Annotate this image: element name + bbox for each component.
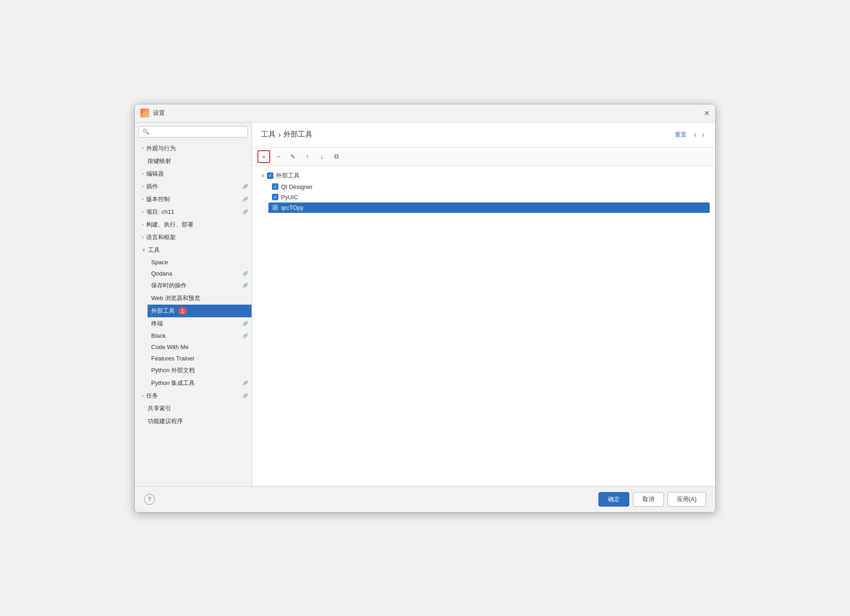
sidebar-item-appearance[interactable]: › 外观与行为 (135, 142, 252, 155)
sidebar-item-label: 任务 (146, 392, 158, 400)
chevron-right-icon: › (142, 171, 143, 176)
sidebar-item-code-with-me[interactable]: Code With Me (148, 341, 252, 353)
chevron-right-icon: › (142, 235, 143, 240)
external-icon: 🔗 (242, 380, 248, 385)
sidebar-item-features-trainer[interactable]: Features Trainer (148, 353, 252, 364)
tree-root[interactable]: ∨ ✓ 外部工具 (257, 170, 710, 182)
sidebar-item-space[interactable]: Space (148, 256, 252, 268)
edit-button[interactable]: ✎ (287, 150, 299, 163)
apply-button[interactable]: 应用(A) (667, 492, 706, 507)
sidebar-item-label: Code With Me (151, 344, 188, 350)
tree-item-label: Qt Designer (281, 183, 312, 190)
help-button[interactable]: ? (144, 494, 155, 505)
sidebar-item-label: Web 浏览器和预览 (151, 294, 200, 302)
sidebar-item-editor[interactable]: › 编辑器 (135, 168, 252, 180)
chevron-right-icon: › (142, 184, 143, 189)
bottom-bar: ? 确定 取消 应用(A) (135, 486, 715, 512)
sidebar-item-label: 编辑器 (146, 170, 164, 178)
chevron-right-icon: › (142, 222, 143, 227)
sidebar-item-vcs[interactable]: › 版本控制 🔗 (135, 193, 252, 206)
sidebar-item-label: 外观与行为 (146, 144, 176, 153)
close-button[interactable]: ✕ (703, 110, 710, 116)
tree-children: ✓ Qt Designer ✓ PyUIC ✓ qrc (257, 182, 710, 213)
title-bar-left: 🐍 设置 (140, 108, 165, 118)
header-actions: 重置 ‹ › (675, 130, 706, 140)
external-icon: 🔗 (242, 197, 248, 202)
copy-button[interactable]: ⧉ (330, 150, 343, 163)
sidebar-item-label: 外部工具 (151, 307, 175, 315)
add-button[interactable]: + (257, 150, 270, 163)
sidebar: 🔍 › 外观与行为 按键映射 › 编辑器 (135, 123, 252, 486)
sidebar-item-project[interactable]: › 项目: ch11 🔗 (135, 206, 252, 218)
sidebar-item-label: Python 集成工具 (151, 379, 195, 387)
search-input[interactable] (151, 128, 244, 135)
sidebar-item-save-actions[interactable]: 保存时的操作 🔗 (148, 279, 252, 292)
external-icon: 🔗 (242, 321, 248, 326)
sidebar-item-terminal[interactable]: 终端 🔗 (148, 317, 252, 330)
external-icon: 🔗 (242, 333, 248, 338)
sidebar-item-label: 工具 (148, 246, 160, 254)
sidebar-item-plugins[interactable]: › 插件 🔗 (135, 180, 252, 193)
main-panel: 工具 › 外部工具 重置 ‹ › + − ✎ ↑ ↓ (252, 123, 715, 486)
toolbar: + − ✎ ↑ ↓ ⧉ (252, 148, 715, 166)
sidebar-item-python-tools[interactable]: Python 集成工具 🔗 (148, 377, 252, 389)
chevron-right-icon: › (142, 146, 143, 151)
sidebar-item-label: Python 外部文档 (151, 366, 195, 375)
tree-item-pyuic[interactable]: ✓ PyUIC (268, 192, 710, 202)
tools-subitems: Space Qodana 🔗 保存时的操作 🔗 Web 浏览器和预览 (135, 256, 252, 389)
chevron-right-icon: › (142, 209, 143, 214)
external-icon: 🔗 (242, 209, 248, 214)
tree-item-qrctopy[interactable]: ✓ qrcTOpy (268, 202, 710, 213)
pyuic-checkbox[interactable]: ✓ (272, 194, 278, 200)
external-icon: 🔗 (242, 283, 248, 288)
sidebar-item-label: Space (151, 259, 168, 266)
dialog-title: 设置 (153, 109, 165, 117)
sidebar-item-qodana[interactable]: Qodana 🔗 (148, 268, 252, 279)
sidebar-item-tools[interactable]: ∨ 工具 (135, 244, 252, 256)
sidebar-item-lang[interactable]: › 语言和框架 (135, 231, 252, 244)
sidebar-item-label: 项目: ch11 (146, 208, 174, 216)
reset-link[interactable]: 重置 (675, 131, 687, 139)
breadcrumb-parent: 工具 (261, 130, 276, 139)
tree-item-qt-designer[interactable]: ✓ Qt Designer (268, 182, 710, 192)
search-icon: 🔍 (143, 128, 149, 135)
sidebar-item-tasks[interactable]: › 任务 🔗 (135, 389, 252, 402)
external-icon: 🔗 (242, 271, 248, 276)
root-checkbox[interactable]: ✓ (267, 172, 273, 179)
tree-root-label: 外部工具 (276, 172, 300, 180)
remove-button[interactable]: − (272, 150, 285, 163)
external-icon: 🔗 (242, 393, 248, 398)
sidebar-item-label: 构建、执行、部署 (146, 221, 193, 229)
sidebar-item-black[interactable]: Black 🔗 (148, 330, 252, 341)
sidebar-item-shared-index[interactable]: 共享索引 (135, 402, 252, 415)
sidebar-item-label: 插件 (146, 182, 158, 191)
sidebar-item-web-browser[interactable]: Web 浏览器和预览 (148, 292, 252, 305)
sidebar-item-label: Qodana (151, 270, 172, 277)
external-icon: 🔗 (242, 184, 248, 189)
qrctopy-checkbox[interactable]: ✓ (272, 204, 278, 211)
move-up-button[interactable]: ↑ (301, 150, 314, 163)
sidebar-item-build[interactable]: › 构建、执行、部署 (135, 218, 252, 231)
move-down-button[interactable]: ↓ (316, 150, 328, 163)
search-box[interactable]: 🔍 (138, 126, 248, 138)
chevron-down-icon: ∨ (261, 173, 264, 178)
panel-header: 工具 › 外部工具 重置 ‹ › (252, 123, 715, 148)
breadcrumb-separator: › (278, 131, 281, 139)
content-area: 🔍 › 外观与行为 按键映射 › 编辑器 (135, 123, 715, 486)
nav-arrows: ‹ › (692, 130, 706, 140)
settings-dialog: 🐍 设置 ✕ 🔍 › 外观与行为 按键映射 (134, 104, 716, 513)
chevron-down-icon: ∨ (142, 247, 145, 252)
ok-button[interactable]: 确定 (598, 492, 629, 507)
sidebar-item-python-docs[interactable]: Python 外部文档 (148, 364, 252, 377)
sidebar-item-ai-assistant[interactable]: 功能建议程序 (135, 415, 252, 428)
title-bar: 🐍 设置 ✕ (135, 104, 715, 123)
cancel-button[interactable]: 取消 (633, 492, 664, 507)
badge-external-tools: 1 (178, 307, 187, 315)
qt-designer-checkbox[interactable]: ✓ (272, 183, 278, 190)
nav-back-button[interactable]: ‹ (692, 130, 698, 140)
sidebar-item-keymap[interactable]: 按键映射 (135, 155, 252, 168)
tree-item-label: PyUIC (281, 194, 298, 201)
chevron-right-icon: › (142, 393, 143, 398)
nav-forward-button[interactable]: › (700, 130, 706, 140)
sidebar-item-external-tools[interactable]: 外部工具 1 (148, 305, 252, 317)
